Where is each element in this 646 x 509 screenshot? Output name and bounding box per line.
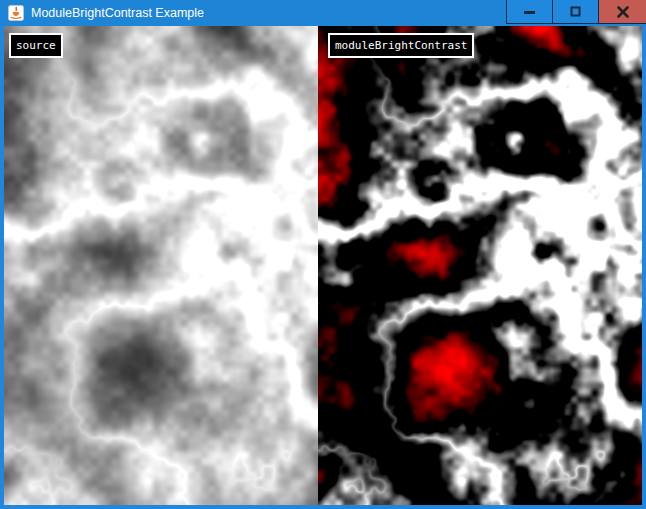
source-image-panel: source: [4, 26, 318, 505]
minimize-icon: [524, 7, 536, 17]
close-button[interactable]: [598, 0, 646, 24]
window-frame: ModuleBrightContrast Example source: [0, 0, 646, 509]
maximize-button[interactable]: [552, 0, 598, 24]
caption-buttons: [506, 0, 646, 24]
window-title: ModuleBrightContrast Example: [31, 0, 204, 26]
content-area: source moduleBrightContrast: [4, 26, 642, 505]
title-bar[interactable]: ModuleBrightContrast Example: [0, 0, 646, 26]
source-image-canvas: [4, 26, 318, 505]
minimize-button[interactable]: [506, 0, 552, 24]
close-icon: [617, 6, 629, 18]
maximize-icon: [570, 6, 581, 17]
result-image-label: moduleBrightContrast: [328, 33, 474, 58]
result-image-canvas: [318, 26, 642, 505]
result-image-panel: moduleBrightContrast: [318, 26, 642, 505]
java-icon: [8, 5, 24, 21]
source-image-label: source: [9, 33, 63, 58]
